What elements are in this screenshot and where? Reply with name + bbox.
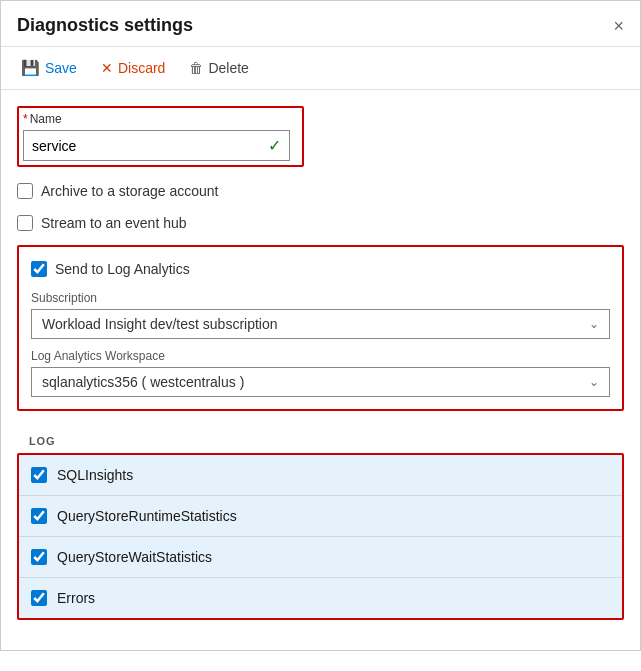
name-label: *Name (23, 112, 298, 126)
log-analytics-section: Send to Log Analytics Subscription Workl… (17, 245, 624, 411)
delete-label: Delete (208, 60, 248, 76)
list-item: Errors (19, 577, 622, 618)
toolbar: 💾 Save ✕ Discard 🗑 Delete (1, 47, 640, 90)
delete-icon: 🗑 (189, 60, 203, 76)
list-item: QueryStoreWaitStatistics (19, 536, 622, 577)
querystoreruntime-checkbox[interactable] (31, 508, 47, 524)
stream-checkbox[interactable] (17, 215, 33, 231)
subscription-chevron-icon: ⌄ (589, 317, 599, 331)
querystorewait-checkbox[interactable] (31, 549, 47, 565)
valid-checkmark-icon: ✓ (268, 136, 281, 155)
save-button[interactable]: 💾 Save (17, 57, 81, 79)
sqlinsights-checkbox[interactable] (31, 467, 47, 483)
errors-checkbox[interactable] (31, 590, 47, 606)
list-item: SQLInsights (19, 455, 622, 495)
send-to-log-row: Send to Log Analytics (31, 259, 610, 279)
log-section: LOG SQLInsights QueryStoreRuntimeStatist… (17, 425, 624, 620)
required-indicator: * (23, 112, 28, 126)
workspace-dropdown[interactable]: sqlanalytics356 ( westcentralus ) ⌄ (31, 367, 610, 397)
name-input-wrapper: ✓ (23, 130, 290, 161)
discard-icon: ✕ (101, 60, 113, 76)
log-section-label: LOG (17, 425, 624, 453)
send-to-log-checkbox[interactable] (31, 261, 47, 277)
archive-label: Archive to a storage account (41, 183, 218, 199)
log-table: SQLInsights QueryStoreRuntimeStatistics … (19, 455, 622, 618)
archive-row: Archive to a storage account (17, 181, 624, 201)
subscription-value: Workload Insight dev/test subscription (42, 316, 278, 332)
name-section: *Name ✓ (17, 106, 624, 167)
discard-button[interactable]: ✕ Discard (97, 58, 169, 78)
name-input[interactable] (32, 138, 252, 154)
subscription-dropdown[interactable]: Workload Insight dev/test subscription ⌄ (31, 309, 610, 339)
list-item: QueryStoreRuntimeStatistics (19, 495, 622, 536)
discard-label: Discard (118, 60, 165, 76)
workspace-label: Log Analytics Workspace (31, 349, 610, 363)
diagnostics-settings-dialog: Diagnostics settings × 💾 Save ✕ Discard … (0, 0, 641, 651)
dialog-header: Diagnostics settings × (1, 1, 640, 47)
dialog-content: *Name ✓ Archive to a storage account Str… (1, 90, 640, 650)
sqlinsights-label: SQLInsights (57, 467, 133, 483)
close-button[interactable]: × (613, 17, 624, 35)
dialog-title: Diagnostics settings (17, 15, 193, 36)
querystorewait-label: QueryStoreWaitStatistics (57, 549, 212, 565)
save-label: Save (45, 60, 77, 76)
subscription-label: Subscription (31, 291, 610, 305)
log-items-container: SQLInsights QueryStoreRuntimeStatistics … (17, 453, 624, 620)
stream-row: Stream to an event hub (17, 213, 624, 233)
errors-label: Errors (57, 590, 95, 606)
workspace-chevron-icon: ⌄ (589, 375, 599, 389)
name-field-box: *Name ✓ (17, 106, 304, 167)
name-field-label: Name (30, 112, 62, 126)
workspace-value: sqlanalytics356 ( westcentralus ) (42, 374, 244, 390)
save-icon: 💾 (21, 59, 40, 77)
send-to-log-label: Send to Log Analytics (55, 261, 190, 277)
delete-button[interactable]: 🗑 Delete (185, 58, 252, 78)
stream-label: Stream to an event hub (41, 215, 187, 231)
archive-checkbox[interactable] (17, 183, 33, 199)
querystoreruntime-label: QueryStoreRuntimeStatistics (57, 508, 237, 524)
